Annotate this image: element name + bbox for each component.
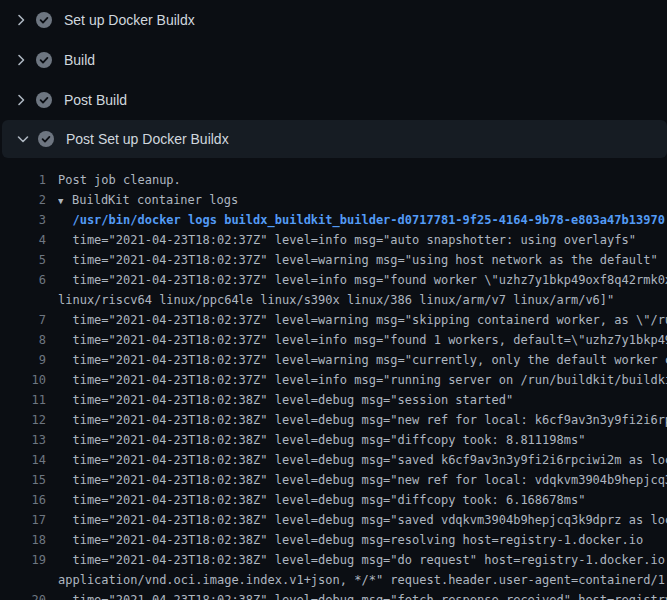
step-label: Post Build xyxy=(64,92,127,108)
log-line-number[interactable]: 8 xyxy=(0,330,46,350)
log-line: 18 time="2021-04-23T18:02:38Z" level=deb… xyxy=(0,530,667,550)
check-circle-icon xyxy=(36,12,52,28)
steps-list: Set up Docker Buildx Build Post Build Po… xyxy=(0,0,667,158)
log-line-text: time="2021-04-23T18:02:38Z" level=debug … xyxy=(58,530,643,550)
log-line: application/vnd.oci.image.index.v1+json,… xyxy=(0,570,667,590)
log-line: 3 /usr/bin/docker logs buildx_buildkit_b… xyxy=(0,210,667,230)
log-line: 11 time="2021-04-23T18:02:38Z" level=deb… xyxy=(0,390,667,410)
step-row-post-build[interactable]: Post Build xyxy=(0,80,667,120)
log-line-number[interactable]: 6 xyxy=(0,270,46,290)
log-line-text: time="2021-04-23T18:02:37Z" level=warnin… xyxy=(58,350,667,370)
log-line-number[interactable] xyxy=(0,290,46,310)
log-line: 17 time="2021-04-23T18:02:38Z" level=deb… xyxy=(0,510,667,530)
log-line-text: time="2021-04-23T18:02:37Z" level=info m… xyxy=(58,330,667,350)
log-line-text: time="2021-04-23T18:02:38Z" level=debug … xyxy=(58,470,667,490)
log-line-number[interactable]: 9 xyxy=(0,350,46,370)
log-line-number[interactable]: 7 xyxy=(0,310,46,330)
log-line-text: time="2021-04-23T18:02:37Z" level=warnin… xyxy=(58,250,658,270)
log-line-text: time="2021-04-23T18:02:38Z" level=debug … xyxy=(58,450,667,470)
check-circle-icon xyxy=(36,92,52,108)
log-line-number[interactable]: 19 xyxy=(0,550,46,570)
log-line: 16 time="2021-04-23T18:02:38Z" level=deb… xyxy=(0,490,667,510)
log-line-text: time="2021-04-23T18:02:37Z" level=info m… xyxy=(58,230,636,250)
log-line-text: ▼BuildKit container logs xyxy=(58,190,238,210)
step-row-set-up-docker-buildx[interactable]: Set up Docker Buildx xyxy=(0,0,667,40)
log-line-text: time="2021-04-23T18:02:38Z" level=debug … xyxy=(58,430,585,450)
log-line: 2 ▼BuildKit container logs xyxy=(0,190,667,210)
check-circle-icon xyxy=(36,52,52,68)
log-line: 1 Post job cleanup. xyxy=(0,170,667,190)
log-line-number[interactable]: 14 xyxy=(0,450,46,470)
log-console: 1 Post job cleanup. 2 ▼BuildKit containe… xyxy=(0,158,667,600)
step-label: Set up Docker Buildx xyxy=(64,12,195,28)
log-line: 14 time="2021-04-23T18:02:38Z" level=deb… xyxy=(0,450,667,470)
log-line-number[interactable]: 17 xyxy=(0,510,46,530)
log-group-caret-icon[interactable]: ▼ xyxy=(58,191,72,210)
step-row-post-set-up-docker-buildx[interactable]: Post Set up Docker Buildx xyxy=(2,120,667,158)
log-line-text: /usr/bin/docker logs buildx_buildkit_bui… xyxy=(58,210,665,230)
log-line: 6 time="2021-04-23T18:02:37Z" level=info… xyxy=(0,270,667,290)
log-line: 15 time="2021-04-23T18:02:38Z" level=deb… xyxy=(0,470,667,490)
log-line-continuation: application/vnd.oci.image.index.v1+json,… xyxy=(58,570,667,590)
log-line-text: time="2021-04-23T18:02:37Z" level=info m… xyxy=(58,270,667,290)
log-line-continuation: linux/riscv64 linux/ppc64le linux/s390x … xyxy=(58,290,614,310)
log-line-number[interactable]: 4 xyxy=(0,230,46,250)
log-line-text: time="2021-04-23T18:02:38Z" level=debug … xyxy=(58,410,667,430)
check-circle-icon xyxy=(38,131,54,147)
step-label: Build xyxy=(64,52,95,68)
log-line-number[interactable]: 10 xyxy=(0,370,46,390)
log-line: 7 time="2021-04-23T18:02:37Z" level=warn… xyxy=(0,310,667,330)
chevron-right-icon xyxy=(13,92,29,108)
log-line: linux/riscv64 linux/ppc64le linux/s390x … xyxy=(0,290,667,310)
log-line-number[interactable]: 15 xyxy=(0,470,46,490)
log-line-text: time="2021-04-23T18:02:38Z" level=debug … xyxy=(58,590,667,600)
step-label: Post Set up Docker Buildx xyxy=(66,131,229,147)
log-line-number[interactable]: 13 xyxy=(0,430,46,450)
chevron-down-icon xyxy=(15,131,31,147)
log-line-number[interactable]: 12 xyxy=(0,410,46,430)
chevron-right-icon xyxy=(13,52,29,68)
log-line: 9 time="2021-04-23T18:02:37Z" level=warn… xyxy=(0,350,667,370)
log-line-text: time="2021-04-23T18:02:38Z" level=debug … xyxy=(58,510,667,530)
log-line: 5 time="2021-04-23T18:02:37Z" level=warn… xyxy=(0,250,667,270)
log-line-text: time="2021-04-23T18:02:38Z" level=debug … xyxy=(58,490,585,510)
log-line-text: time="2021-04-23T18:02:37Z" level=info m… xyxy=(58,370,667,390)
log-line-number[interactable]: 3 xyxy=(0,210,46,230)
log-line-text: time="2021-04-23T18:02:37Z" level=warnin… xyxy=(58,310,667,330)
log-line-number[interactable]: 18 xyxy=(0,530,46,550)
log-line: 12 time="2021-04-23T18:02:38Z" level=deb… xyxy=(0,410,667,430)
log-line-number[interactable]: 2 xyxy=(0,190,46,210)
log-line-number[interactable]: 11 xyxy=(0,390,46,410)
log-line-text: time="2021-04-23T18:02:38Z" level=debug … xyxy=(58,390,513,410)
log-line: 10 time="2021-04-23T18:02:37Z" level=inf… xyxy=(0,370,667,390)
log-line-text: Post job cleanup. xyxy=(58,170,181,190)
log-line-number[interactable]: 16 xyxy=(0,490,46,510)
step-row-build[interactable]: Build xyxy=(0,40,667,80)
log-line: 4 time="2021-04-23T18:02:37Z" level=info… xyxy=(0,230,667,250)
log-line: 19 time="2021-04-23T18:02:38Z" level=deb… xyxy=(0,550,667,570)
log-line: 13 time="2021-04-23T18:02:38Z" level=deb… xyxy=(0,430,667,450)
log-line-number[interactable]: 1 xyxy=(0,170,46,190)
log-line: 8 time="2021-04-23T18:02:37Z" level=info… xyxy=(0,330,667,350)
log-line-number[interactable]: 5 xyxy=(0,250,46,270)
log-line-text: time="2021-04-23T18:02:38Z" level=debug … xyxy=(58,550,667,570)
log-line-number[interactable]: 20 xyxy=(0,590,46,600)
chevron-right-icon xyxy=(13,12,29,28)
log-line-number[interactable] xyxy=(0,570,46,590)
log-line: 20 time="2021-04-23T18:02:38Z" level=deb… xyxy=(0,590,667,600)
actions-log-page: { "colors": { "page_bg": "#0b0e13", "exp… xyxy=(0,0,667,600)
